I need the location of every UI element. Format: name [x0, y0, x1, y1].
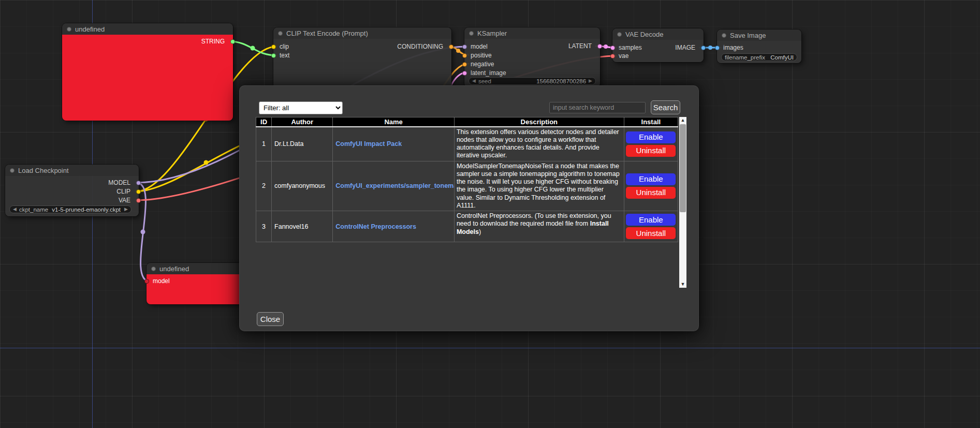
input-label: model	[471, 43, 488, 50]
next-option-arrow-icon[interactable]: ▶	[124, 207, 128, 212]
table-scrollbar[interactable]: ▲ ▼	[679, 117, 686, 288]
increment-arrow-icon[interactable]: ▶	[589, 79, 592, 83]
collapse-dot-icon[interactable]	[278, 31, 283, 36]
extension-author: Dr.Lt.Data	[272, 127, 333, 161]
search-input[interactable]	[549, 102, 646, 113]
header-install: Install	[624, 117, 678, 127]
node-undefined-top[interactable]: undefined STRING	[62, 23, 233, 121]
prev-option-arrow-icon[interactable]: ◀	[13, 207, 17, 212]
link-midpoint-dot	[456, 49, 460, 53]
decrement-arrow-icon[interactable]: ◀	[472, 79, 476, 83]
widget-value: v1-5-pruned-emaonly.ckpt	[52, 206, 121, 213]
filter-select[interactable]: Filter: all	[259, 101, 343, 114]
latent-image-input-port[interactable]	[462, 71, 467, 76]
node-title-bar[interactable]: KSampler	[464, 27, 600, 39]
images-input-port[interactable]	[715, 46, 720, 50]
input-label: images	[723, 45, 743, 51]
node-body: samples vae IMAGE	[612, 40, 704, 62]
collapse-dot-icon[interactable]	[10, 168, 14, 173]
node-title-bar[interactable]: VAE Decode	[612, 28, 704, 40]
node-title-bar[interactable]: undefined	[62, 23, 233, 35]
node-body: images filename_prefix ComfyUI	[717, 41, 801, 63]
latent-output-port[interactable]	[597, 44, 602, 49]
ckpt-name-widget[interactable]: ◀ ckpt_name v1-5-pruned-emaonly.ckpt ▶	[9, 205, 131, 213]
node-title: undefined	[75, 25, 105, 33]
link-midpoint-dot	[604, 45, 608, 49]
extension-table: ID Author Name Description Install 1 Dr.…	[256, 117, 678, 242]
uninstall-button[interactable]: Uninstall	[626, 187, 676, 199]
collapse-dot-icon[interactable]	[151, 267, 156, 271]
collapse-dot-icon[interactable]	[67, 27, 71, 32]
image-output-port[interactable]	[701, 46, 706, 50]
input-label: positive	[471, 52, 492, 58]
string-output-port[interactable]	[230, 39, 235, 44]
filename-prefix-widget[interactable]: filename_prefix ComfyUI	[721, 53, 797, 61]
node-title-bar[interactable]: CLIP Text Encode (Prompt)	[273, 27, 451, 39]
node-graph-canvas[interactable]: undefined STRING CLIP Text Encode (Promp…	[0, 0, 980, 428]
scroll-up-arrow-icon[interactable]: ▲	[679, 117, 686, 124]
input-label: latent_image	[471, 70, 506, 76]
model-input-port[interactable]	[462, 45, 467, 49]
link-midpoint-dot	[251, 46, 255, 51]
enable-button[interactable]: Enable	[626, 131, 676, 143]
node-save-image[interactable]: Save Image images filename_prefix ComfyU…	[717, 29, 801, 63]
input-label: vae	[619, 53, 628, 59]
enable-button[interactable]: Enable	[626, 173, 676, 185]
header-author: Author	[272, 117, 333, 127]
node-title: Load Checkpoint	[18, 167, 69, 174]
link-midpoint-dot	[204, 160, 209, 165]
extension-row: 3 Fannovel16 ControlNet Preprocessors Co…	[256, 211, 678, 242]
link-midpoint-dot	[708, 46, 712, 50]
node-load-checkpoint[interactable]: Load Checkpoint MODEL CLIP VAE ◀ ckpt_na…	[5, 165, 139, 216]
uninstall-button[interactable]: Uninstall	[626, 227, 676, 239]
negative-input-port[interactable]	[462, 62, 467, 67]
extension-link[interactable]: ControlNet Preprocessors	[335, 223, 416, 230]
model-output-port[interactable]	[136, 181, 141, 185]
enable-button[interactable]: Enable	[626, 214, 676, 226]
extension-description: ControlNet Preprocessors. (To use this e…	[454, 211, 624, 242]
scrollbar-thumb[interactable]	[680, 124, 686, 212]
link-midpoint-dot	[141, 230, 145, 234]
scroll-down-arrow-icon[interactable]: ▼	[679, 281, 686, 288]
vae-input-port[interactable]	[610, 54, 615, 58]
node-ksampler[interactable]: KSampler model positive negative latent_…	[464, 27, 600, 87]
clip-output-port[interactable]	[136, 189, 141, 194]
search-button[interactable]: Search	[651, 100, 680, 114]
collapse-dot-icon[interactable]	[469, 31, 474, 36]
table-header-row: ID Author Name Description Install	[256, 117, 678, 127]
model-input-port[interactable]	[144, 279, 149, 284]
positive-input-port[interactable]	[462, 53, 467, 58]
input-label: model	[153, 278, 170, 284]
collapse-dot-icon[interactable]	[617, 32, 622, 37]
node-title: undefined	[159, 265, 189, 273]
collapse-dot-icon[interactable]	[722, 33, 726, 38]
description-text: ControlNet Preprocessors. (To use this e…	[457, 212, 611, 227]
node-body: MODEL CLIP VAE ◀ ckpt_name v1-5-pruned-e…	[5, 176, 139, 216]
node-vae-decode[interactable]: VAE Decode samples vae IMAGE	[612, 28, 704, 62]
extension-author: Fannovel16	[272, 211, 333, 242]
output-label: MODEL	[108, 180, 130, 186]
extension-id: 1	[256, 127, 272, 161]
output-label: VAE	[119, 197, 130, 203]
node-title-bar[interactable]: Load Checkpoint	[5, 165, 139, 176]
extension-description: ModelSamplerTonemapNoiseTest a node that…	[454, 161, 624, 211]
seed-widget[interactable]: ◀ seed 156680208700286 ▶	[469, 77, 596, 85]
extension-link[interactable]: ComfyUI_experiments/sampler_tonemap	[335, 182, 454, 189]
node-title: KSampler	[477, 29, 507, 37]
output-label: IMAGE	[675, 45, 695, 51]
clip-input-port[interactable]	[271, 45, 276, 49]
extension-id: 2	[256, 161, 272, 211]
close-button[interactable]: Close	[257, 312, 284, 326]
node-title: Save Image	[730, 32, 766, 39]
extension-link[interactable]: ComfyUI Impact Pack	[335, 140, 402, 147]
samples-input-port[interactable]	[610, 46, 615, 50]
vae-output-port[interactable]	[136, 198, 141, 203]
conditioning-output-port[interactable]	[449, 45, 454, 49]
node-title-bar[interactable]: Save Image	[717, 29, 801, 41]
input-label: clip	[280, 43, 289, 50]
uninstall-button[interactable]: Uninstall	[626, 145, 676, 157]
text-input-port[interactable]	[271, 53, 276, 58]
widget-value: 156680208700286	[536, 78, 586, 84]
extension-row: 2 comfyanonymous ComfyUI_experiments/sam…	[256, 161, 678, 211]
extension-row: 1 Dr.Lt.Data ComfyUI Impact Pack This ex…	[256, 127, 678, 161]
